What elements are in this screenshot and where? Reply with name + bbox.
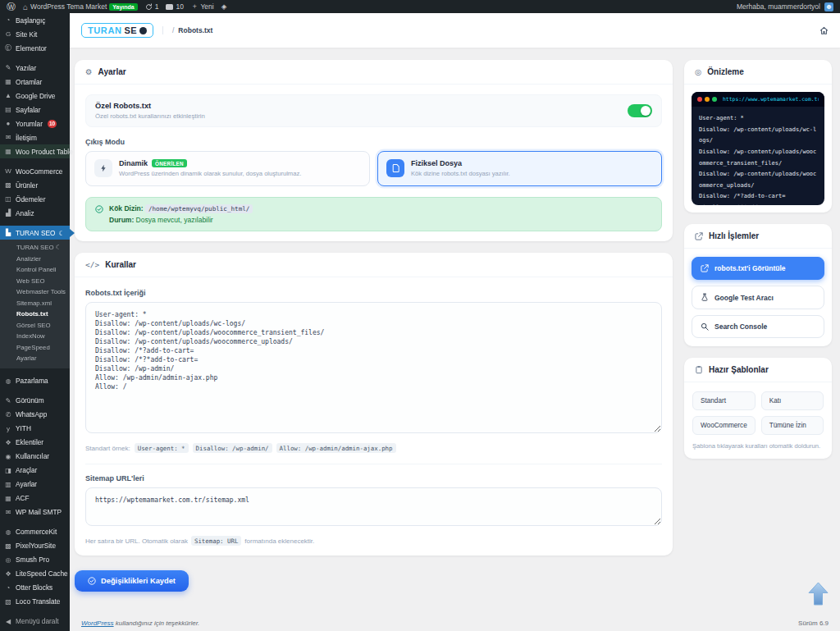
sidebar-item-sayfalar[interactable]: ▤Sayfalar xyxy=(0,103,70,117)
sitemap-urls-textarea[interactable] xyxy=(85,487,662,526)
sidebar-item-commercekit[interactable]: ◍CommerceKit xyxy=(0,525,70,539)
marketing-icon: ◍ xyxy=(4,377,12,385)
sidebar-item-urunler[interactable]: ▩Ürünler xyxy=(0,178,70,192)
sidebar-item-smush-pro[interactable]: ◎Smush Pro xyxy=(0,553,70,567)
sidebar-item-google-drive[interactable]: ▲Google Drive xyxy=(0,89,70,103)
submenu-item-web-seo[interactable]: Web SEO xyxy=(0,276,70,287)
yith-icon: y xyxy=(4,425,12,432)
google-test-button[interactable]: Google Test Aracı xyxy=(692,286,824,309)
rules-card-header: </> Kurallar xyxy=(75,253,673,277)
sidebar-item-woo-product-table[interactable]: ▦Woo Product Table xyxy=(0,144,70,158)
sidebar-item-menuyu-daralt[interactable]: ◀Menüyü daralt xyxy=(0,615,70,629)
turan-seo-logo[interactable]: TURAN SE xyxy=(81,23,153,38)
sidebar-item-wp-mail-smtp[interactable]: ✉WP Mail SMTP xyxy=(0,505,70,519)
sidebar-item-yith[interactable]: yYITH xyxy=(0,422,70,436)
submenu-item-turan-seo-home[interactable]: TURAN SEO ☾ xyxy=(0,242,70,254)
sidebar-item-odemeler[interactable]: ◫Ödemeler xyxy=(0,192,70,206)
woocommerce-icon: W xyxy=(4,167,12,175)
submenu-item-webmaster-tools[interactable]: Webmaster Tools xyxy=(0,286,70,298)
wordpress-link[interactable]: WordPress xyxy=(81,620,114,627)
sidebar-item-kullanicilar[interactable]: ◉Kullanıcılar xyxy=(0,450,70,464)
plugins-icon: ❖ xyxy=(4,439,12,446)
wordpress-logo-icon[interactable]: Ⓦ xyxy=(7,2,16,11)
sidebar-item-whatsapp[interactable]: ✆WhatsApp xyxy=(0,408,70,422)
comments-icon xyxy=(166,4,173,10)
back-to-top-button[interactable] xyxy=(807,581,829,606)
contact-icon: ✉ xyxy=(4,134,12,141)
plus-icon: ＋ xyxy=(191,2,199,11)
comments-icon: ● xyxy=(4,120,12,127)
litespeed-topbar-icon[interactable]: ◈ xyxy=(221,2,227,11)
preview-content[interactable]: User-agent: * Disallow: /wp-content/uplo… xyxy=(692,107,824,205)
mode-dynamic-title: Dinamik xyxy=(119,159,148,167)
code-icon: </> xyxy=(85,260,99,269)
site-link[interactable]: ⌂ WordPress Tema Market Yayında xyxy=(23,2,138,11)
terminal-titlebar: https://www.wptemamarket.com.tr/robots.t… xyxy=(692,92,824,107)
settings-card: ⚙ Ayarlar Özel Robots.txt Özel robots.tx… xyxy=(75,60,673,241)
sidebar-item-loco-translate[interactable]: ▧Loco Translate xyxy=(0,595,70,609)
sidebar-item-otter-blocks[interactable]: ◔Otter Blocks xyxy=(0,581,70,595)
check-circle-icon xyxy=(95,205,103,224)
site-home-icon[interactable] xyxy=(819,26,829,35)
new-item[interactable]: ＋ Yeni xyxy=(191,2,214,11)
sidebar-item-turan-seo[interactable]: ▙TURAN SEO☾ xyxy=(0,226,70,240)
search-console-button[interactable]: Search Console xyxy=(692,315,824,338)
submenu-item-robots-txt[interactable]: Robots.txt xyxy=(0,309,70,320)
root-dir-label: Kök Dizin: xyxy=(109,204,144,213)
sidebar-item-yazilar[interactable]: ✎Yazılar xyxy=(0,61,70,75)
submenu-item-indexnow[interactable]: IndexNow xyxy=(0,331,70,342)
avatar: ☻ xyxy=(824,2,833,11)
sidebar-item-label: Woo Product Table xyxy=(16,148,73,156)
submenu-item-ayarlar-sub[interactable]: Ayarlar xyxy=(0,353,70,364)
user-greeting[interactable]: Merhaba, muammerdortyol xyxy=(737,2,820,11)
submenu-item-pagespeed[interactable]: PageSpeed xyxy=(0,342,70,354)
moon-icon: ☾ xyxy=(58,229,64,237)
sidebar-item-baslangic[interactable]: ◔Başlangıç xyxy=(0,13,70,27)
comments-badge: 10 xyxy=(48,120,57,128)
sidebar-item-pixelyoursite[interactable]: ▩PixelYourSite xyxy=(0,539,70,553)
sidebar-item-ortamlar[interactable]: ▦Ortamlar xyxy=(0,75,70,89)
sidebar-item-analiz[interactable]: ▟Analiz xyxy=(0,206,70,220)
robots-content-label: Robots.txt İçeriği xyxy=(85,289,662,297)
quick-actions-card: Hızlı İşlemler robots.txt'i GörüntüleGoo… xyxy=(684,224,832,346)
example-label: Standart örnek: xyxy=(85,445,130,452)
example-chip: Allow: /wp-admin/admin-ajax.php xyxy=(276,443,396,453)
template-button-kat-[interactable]: Katı xyxy=(761,391,824,410)
sidebar-item-label: YITH xyxy=(16,424,31,432)
template-button-woocommerce[interactable]: WooCommerce xyxy=(692,416,756,435)
mode-physical-option[interactable]: Fiziksel Dosya Kök dizine robots.txt dos… xyxy=(377,151,662,186)
preview-title: Önizleme xyxy=(707,67,743,76)
sidebar-item-yorumlar[interactable]: ●Yorumlar10 xyxy=(0,117,70,130)
submenu-item-gorsel-seo[interactable]: Görsel SEO xyxy=(0,320,70,332)
sidebar-item-acf[interactable]: ▦ACF xyxy=(0,492,70,505)
sidebar-item-site-kit[interactable]: GSite Kit xyxy=(0,27,70,41)
sidebar-item-ayarlar[interactable]: ▥Ayarlar xyxy=(0,478,70,492)
submenu-item-analizler[interactable]: Analizler xyxy=(0,254,70,265)
comments-item[interactable]: 10 xyxy=(166,2,183,11)
custom-robots-toggle[interactable] xyxy=(628,104,652,117)
sidebar-item-araclar[interactable]: ◨Araçlar xyxy=(0,464,70,478)
turan-seo-icon: ▙ xyxy=(4,229,12,236)
template-button-t-m-ne-i-zin[interactable]: Tümüne İzin xyxy=(761,416,824,435)
robots-content-textarea[interactable] xyxy=(85,302,662,433)
sidebar-item-gorunum[interactable]: ✎Görünüm xyxy=(0,394,70,408)
sidebar-item-eklentiler[interactable]: ❖Eklentiler xyxy=(0,436,70,450)
sidebar-item-iletisim[interactable]: ✉İletişim xyxy=(0,130,70,144)
footer-version: Sürüm 6.9 xyxy=(798,620,829,627)
view-robots-button[interactable]: robots.txt'i Görüntüle xyxy=(692,257,824,280)
admin-footer: WordPress kullandığınız için teşekkürler… xyxy=(70,615,840,631)
sidebar-item-pazarlama[interactable]: ◍Pazarlama xyxy=(0,374,70,388)
submenu-item-kontrol-paneli[interactable]: Kontrol Paneli xyxy=(0,264,70,276)
template-button-standart[interactable]: Standart xyxy=(692,391,756,410)
logo-text-secondary: SE xyxy=(125,25,137,35)
sidebar-item-elementor[interactable]: ⒺElementor xyxy=(0,41,70,55)
sidebar-item-label: Ortamlar xyxy=(16,78,42,86)
sidebar-item-litespeed-cache[interactable]: ❖LiteSpeed Cache xyxy=(0,567,70,581)
updates-item[interactable]: 1 xyxy=(145,2,159,11)
save-changes-button[interactable]: Değişiklikleri Kaydet xyxy=(75,570,189,592)
mode-dynamic-option[interactable]: Dinamik ÖNERİLEN WordPress üzerinden din… xyxy=(85,151,370,186)
sidebar-item-label: Yorumlar xyxy=(16,120,43,128)
breadcrumb: / Robots.txt xyxy=(162,26,212,34)
sidebar-item-woocommerce[interactable]: WWooCommerce xyxy=(0,164,70,178)
submenu-item-sitemap-xml[interactable]: Sitemap.xml xyxy=(0,298,70,309)
